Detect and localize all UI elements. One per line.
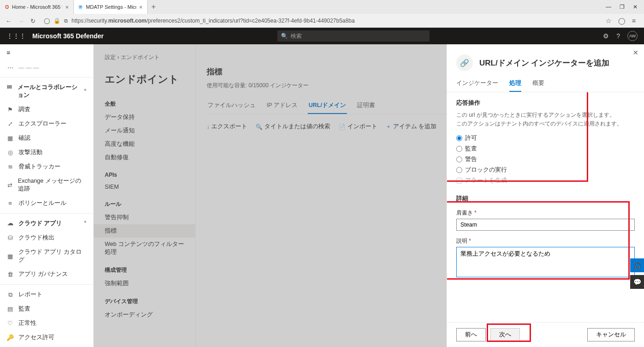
sidebar: ≡ ⋯— — — ✉メールとコラボレーション ˄ ⚑調査⤢エクスプローラー▦確認… xyxy=(0,44,94,347)
sidebar-item[interactable]: ⛁クラウド検出 xyxy=(0,231,93,245)
sidebar-item[interactable]: ⧉レポート xyxy=(0,287,93,302)
prev-button[interactable]: 前へ xyxy=(456,328,486,341)
sidebar-item[interactable]: ⚙設定 xyxy=(0,345,93,347)
menu-icon[interactable]: ≡ xyxy=(632,17,636,24)
close-icon[interactable]: × xyxy=(65,4,69,11)
sidebar-item[interactable]: 🗑アプリ ガバナンス xyxy=(0,267,93,281)
sidebar-item-truncated[interactable]: ⋯— — — xyxy=(0,61,93,74)
browser-chrome: O Home - Microsoft 365 管理セン × ⛨ MDATP Se… xyxy=(0,0,644,28)
nav-icon: ◎ xyxy=(6,149,14,156)
sidebar-section-email[interactable]: ✉メールとコラボレーション ˄ xyxy=(0,80,93,102)
label-title-field: 肩書き * xyxy=(456,209,635,217)
side-widgets: 🎧 💬 xyxy=(630,258,644,292)
browser-tab-mdatp[interactable]: ⛨ MDATP Settings - Microsoft 36 × xyxy=(74,0,148,14)
description-input[interactable] xyxy=(456,247,635,277)
flyout-body: 応答操作 この url が見つかったときに実行するアクションを選択します。 この… xyxy=(447,92,644,322)
next-button[interactable]: 次へ xyxy=(490,328,520,341)
nav-icon: ⤢ xyxy=(6,120,14,127)
flyout-tab-indicator[interactable]: インジケーター xyxy=(456,76,498,92)
global-search[interactable]: 🔍 検索 xyxy=(277,30,429,42)
help-icon[interactable]: ? xyxy=(616,32,620,40)
sidebar-section-cloud[interactable]: ☁クラウド アプリ ˄ xyxy=(0,216,93,231)
defender-header: ⋮⋮⋮ Microsoft 365 Defender 🔍 検索 ⚙ ? AW xyxy=(0,28,644,44)
close-icon[interactable]: × xyxy=(139,4,143,11)
nav-icon: ▦ xyxy=(6,253,14,260)
nav-icon: ⧉ xyxy=(6,291,14,299)
lock-icon: 🔒 xyxy=(54,18,60,24)
tab-title: MDATP Settings - Microsoft 36 xyxy=(86,4,136,10)
office-icon: O xyxy=(5,4,9,10)
sidebar-item[interactable]: ◎攻撃活動 xyxy=(0,145,93,160)
window-controls: — ❐ ✕ xyxy=(606,4,644,10)
permissions-icon: ⧉ xyxy=(64,18,68,24)
url-input[interactable]: ◯ 🔒 ⧉ https://security.microsoft.com/pre… xyxy=(40,18,601,24)
chevron-up-icon: ˄ xyxy=(84,89,87,95)
forward-icon[interactable]: → xyxy=(18,18,24,24)
nav-icon: 🗑 xyxy=(6,271,14,278)
shield-outline-icon: ◯ xyxy=(44,18,50,24)
shield-icon: ⛨ xyxy=(78,4,83,10)
sidebar-item[interactable]: ⤢エクスプローラー xyxy=(0,117,93,131)
title-input[interactable] xyxy=(456,219,635,231)
headset-widget-icon[interactable]: 🎧 xyxy=(630,258,644,272)
flyout-tab-summary[interactable]: 概要 xyxy=(532,76,544,92)
flyout-title: URL/ドメイン インジケーターを追加 xyxy=(479,58,609,68)
radio-block[interactable]: ブロックの実行 xyxy=(456,165,635,175)
account-icon[interactable]: ◯ xyxy=(618,17,626,24)
flyout-tabs: インジケーター 処理 概要 xyxy=(447,76,644,92)
chevron-up-icon: ˄ xyxy=(84,221,87,227)
flyout-tab-action[interactable]: 処理 xyxy=(509,76,521,92)
label-desc-field: 説明 * xyxy=(456,237,635,245)
add-indicator-flyout: ✕ 🔗 URL/ドメイン インジケーターを追加 インジケーター 処理 概要 応答… xyxy=(447,44,644,347)
nav-icon: ≡ xyxy=(6,200,14,207)
minimize-icon[interactable]: — xyxy=(606,4,611,10)
flyout-footer: 前へ 次へ キャンセル xyxy=(447,322,644,347)
checkbox-generate-alert: アラートを生成 xyxy=(456,175,635,186)
nav-icon: ≋ xyxy=(6,163,14,170)
sidebar-item[interactable]: ▦クラウド アプリ カタログ xyxy=(0,245,93,267)
sidebar-item[interactable]: ▤監査 xyxy=(0,302,93,316)
maximize-icon[interactable]: ❐ xyxy=(620,4,625,10)
avatar[interactable]: AW xyxy=(627,31,638,41)
nav-icon: ♡ xyxy=(6,320,14,327)
nav-icon: ⛁ xyxy=(6,234,14,241)
mail-icon: ✉ xyxy=(6,84,13,99)
tab-title: Home - Microsoft 365 管理セン xyxy=(12,4,62,11)
new-tab-button[interactable]: + xyxy=(148,3,159,11)
feedback-widget-icon[interactable]: 💬 xyxy=(630,275,644,289)
link-icon: 🔗 xyxy=(456,54,473,71)
sidebar-item[interactable]: ≡ポリシーとルール xyxy=(0,196,93,210)
radio-warn[interactable]: 警告 xyxy=(456,154,635,165)
sidebar-item[interactable]: ▦確認 xyxy=(0,131,93,145)
response-action-desc: この url が見つかったときに実行するアクションを選択します。 このアクション… xyxy=(456,111,635,128)
collapse-sidebar-icon[interactable]: ≡ xyxy=(0,44,93,61)
sidebar-item[interactable]: ⚑調査 xyxy=(0,102,93,117)
settings-icon[interactable]: ⚙ xyxy=(603,32,609,40)
sidebar-item[interactable]: ♡正常性 xyxy=(0,316,93,330)
sidebar-item[interactable]: 🔑アクセス許可 xyxy=(0,330,93,345)
sidebar-item[interactable]: ≋脅威トラッカー xyxy=(0,160,93,174)
address-bar: ← → ↻ ◯ 🔒 ⧉ https://security.microsoft.c… xyxy=(0,14,644,28)
cancel-button[interactable]: キャンセル xyxy=(587,328,635,341)
nav-icon: ⚑ xyxy=(6,106,14,113)
nav-icon: ▤ xyxy=(6,305,14,312)
bookmark-icon[interactable]: ☆ xyxy=(606,17,612,24)
radio-audit[interactable]: 監査 xyxy=(456,144,635,154)
product-title: Microsoft 365 Defender xyxy=(32,32,104,40)
radio-allow[interactable]: 許可 xyxy=(456,133,635,144)
details-title: 詳細 xyxy=(456,194,635,203)
nav-icon: ▦ xyxy=(6,135,14,142)
back-icon[interactable]: ← xyxy=(6,18,12,24)
browser-tabs: O Home - Microsoft 365 管理セン × ⛨ MDATP Se… xyxy=(0,0,644,14)
cloud-icon: ☁ xyxy=(6,220,14,227)
app-launcher-icon[interactable]: ⋮⋮⋮ xyxy=(6,32,26,40)
browser-tab-home[interactable]: O Home - Microsoft 365 管理セン × xyxy=(0,0,74,14)
url-text: https://security.microsoft.com/preferenc… xyxy=(72,18,355,24)
search-placeholder: 検索 xyxy=(291,32,302,40)
close-flyout-icon[interactable]: ✕ xyxy=(633,49,638,56)
close-window-icon[interactable]: ✕ xyxy=(633,4,638,10)
sidebar-item[interactable]: ⇄Exchange メッセージの追跡 xyxy=(0,174,93,196)
search-icon: 🔍 xyxy=(281,33,288,39)
nav-icon: ⇄ xyxy=(6,182,13,189)
reload-icon[interactable]: ↻ xyxy=(30,18,36,24)
